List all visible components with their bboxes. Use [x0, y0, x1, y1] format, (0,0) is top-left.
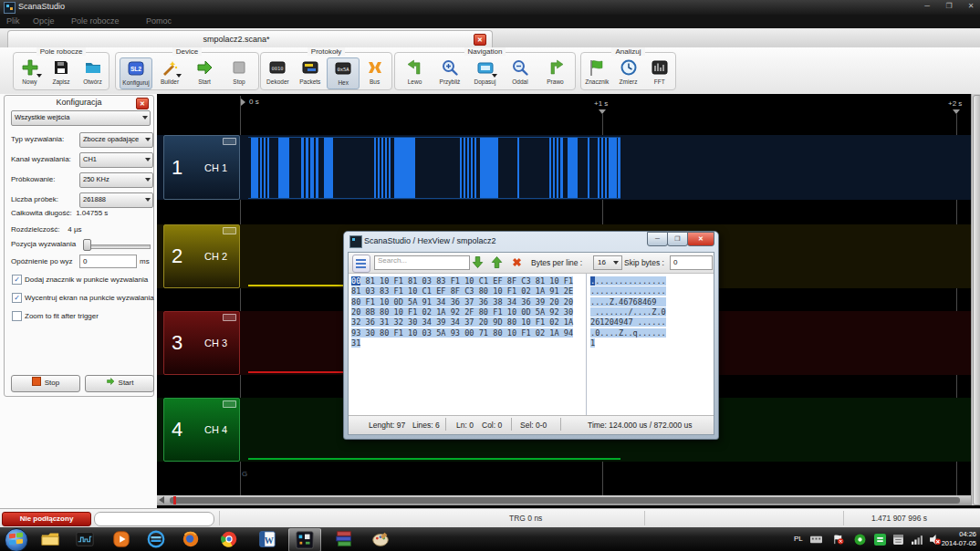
taskbar-scanastudio-icon[interactable]	[69, 528, 100, 550]
document-tab[interactable]: smpolacz2.scana* ✕	[7, 30, 493, 48]
config-select-1[interactable]: CH1	[79, 152, 153, 168]
toolbar-button-lewo[interactable]: Lewo	[400, 57, 431, 88]
checkbox-0[interactable]	[12, 275, 22, 285]
toolbar-button-bus[interactable]: Bus	[360, 57, 391, 88]
hexview-logo-icon[interactable]	[352, 255, 370, 273]
toolbar-button-hex[interactable]: 0x5AHex	[327, 57, 360, 89]
channel-collapse-button[interactable]	[223, 227, 236, 234]
hex-row[interactable]: 93 30 80 F1 10 03 5A 93 00 71 80 10 F1 0…	[351, 328, 573, 338]
channel-label-box-1[interactable]: 1CH 1	[163, 135, 240, 200]
keyboard-icon[interactable]	[810, 533, 823, 546]
taskbar-explorer-icon[interactable]	[35, 528, 66, 550]
toolbar-button-znacznik[interactable]: Znacznik	[581, 57, 612, 88]
checkbox-2[interactable]	[12, 311, 22, 321]
taskbar-chrome-icon[interactable]	[214, 528, 245, 550]
toolbar-button-konfiguruj[interactable]: SL2Konfiguruj	[120, 57, 152, 89]
toolbar-button-otwórz[interactable]: Otwórz	[78, 57, 109, 88]
checkbox-1[interactable]	[12, 293, 22, 303]
toolbar-button-nowy[interactable]: Nowy	[15, 57, 46, 88]
channel-collapse-button[interactable]	[223, 138, 236, 145]
sync-app-icon[interactable]	[874, 533, 887, 546]
language-indicator[interactable]: PL	[794, 535, 803, 543]
toolbar-button-fft[interactable]: FFT	[644, 57, 675, 88]
toolbar-button-prawo[interactable]: Prawo	[540, 57, 571, 88]
green-app-icon[interactable]	[854, 533, 867, 546]
menu-item-pole-robocze[interactable]: Pole robocze	[71, 16, 120, 26]
config-select-3[interactable]: 261888	[79, 192, 153, 208]
ascii-row[interactable]: 1	[590, 338, 595, 348]
hexview-minimize-button[interactable]: ─	[647, 232, 668, 246]
minimize-button[interactable]: ─	[918, 1, 936, 12]
toolbar-button-zapisz[interactable]: Zapisz	[46, 57, 77, 88]
clear-search-icon[interactable]	[510, 255, 524, 273]
menu-item-opcje[interactable]: Opcje	[33, 16, 55, 26]
delay-input[interactable]: 0	[79, 255, 137, 268]
hex-row[interactable]: 32 36 31 32 30 34 39 34 37 20 9D 80 10 F…	[351, 317, 573, 327]
hexview-maximize-button[interactable]: ❐	[667, 232, 688, 246]
ascii-row[interactable]: ................	[590, 286, 666, 296]
channel-collapse-button[interactable]	[223, 314, 236, 321]
hex-row[interactable]: 20 8B 80 10 F1 02 1A 92 2F 80 F1 10 0D 5…	[351, 307, 573, 317]
speaker-muted-icon[interactable]	[929, 533, 942, 546]
start-capture-button[interactable]: Start	[85, 375, 154, 392]
ascii-row[interactable]: 261204947 ......	[590, 317, 666, 327]
taskbar-word-icon[interactable]: W	[252, 528, 283, 550]
toolbar-button-oddal[interactable]: Oddal	[505, 57, 536, 88]
ascii-row[interactable]: ................	[590, 276, 666, 286]
toolbar-button-dopasuj[interactable]: Dopasuj	[470, 57, 501, 88]
hex-row[interactable]: 81 03 83 F1 10 C1 EF 8F C3 80 10 F1 02 1…	[351, 286, 573, 296]
ascii-row[interactable]: .0....Z..q......	[590, 328, 666, 338]
ascii-row[interactable]: ......./....Z.0	[590, 307, 666, 317]
channel-band-1[interactable]: 1CH 1	[157, 135, 971, 200]
trigger-position-slider[interactable]	[83, 244, 151, 249]
toolbar-button-zmierz[interactable]: Zmierz	[613, 57, 644, 88]
channel-collapse-button[interactable]	[223, 400, 236, 408]
hex-row[interactable]: 00 81 10 F1 81 03 83 F1 10 C1 EF 8F C3 8…	[351, 276, 573, 286]
bytes-per-line-select[interactable]: 16	[593, 255, 622, 270]
close-button[interactable]: ✕	[962, 1, 980, 12]
vertical-scrollbar[interactable]	[971, 94, 980, 505]
maximize-button[interactable]: ❐	[940, 1, 958, 12]
hexview-search-input[interactable]: Search...	[374, 255, 470, 270]
channel-label-box-4[interactable]: 4CH 4	[163, 398, 240, 462]
taskbar-media-player-icon[interactable]	[106, 528, 137, 550]
action-center-flag-icon[interactable]	[832, 533, 845, 546]
search-next-icon[interactable]	[471, 255, 485, 273]
taskbar-paint-icon[interactable]	[365, 528, 396, 550]
scroll-left-icon[interactable]	[159, 496, 164, 504]
ascii-row[interactable]: ....Z.46768469	[590, 297, 666, 307]
channel-label-box-3[interactable]: 3CH 3	[163, 311, 240, 375]
config-select-2[interactable]: 250 KHz	[79, 172, 153, 188]
tab-close-icon[interactable]: ✕	[474, 34, 486, 46]
hexview-close-button[interactable]: ✕	[687, 232, 714, 246]
stop-capture-button[interactable]: Stop	[11, 375, 80, 392]
toolbar-button-stop[interactable]: Stop	[224, 57, 255, 88]
network-signal-icon[interactable]	[911, 533, 923, 546]
menu-item-plik[interactable]: Plik	[6, 16, 20, 26]
toolbar-button-dekoder[interactable]: 0010Dekoder	[262, 57, 293, 88]
channel-label-box-2[interactable]: 2CH 2	[163, 224, 240, 288]
hexview-window[interactable]: ScanaStudio / HexView / smpolacz2 ─ ❐ ✕ …	[343, 231, 719, 440]
taskbar-clock[interactable]: 04:26 2014-07-05	[942, 530, 976, 548]
taskbar-firefox-icon[interactable]	[175, 528, 206, 550]
hex-row[interactable]: 80 F1 10 0D 5A 91 34 36 37 36 38 34 36 3…	[351, 297, 573, 307]
toolbar-button-builder[interactable]: Builder	[154, 57, 185, 88]
taskbar-winrar-icon[interactable]	[328, 528, 360, 550]
toolbar-button-packets[interactable]: Packets	[295, 57, 326, 88]
hex-row[interactable]: 31	[351, 338, 360, 348]
menu-item-pomoc[interactable]: Pomoc	[146, 16, 172, 26]
taskbar-ie-icon[interactable]	[141, 528, 172, 550]
config-close-icon[interactable]: ✕	[136, 98, 149, 109]
config-select-0[interactable]: Zbocze opadające	[79, 132, 153, 148]
toolbar-button-przybliż[interactable]: Przybliż	[434, 57, 465, 88]
start-button[interactable]	[5, 528, 28, 551]
toolbar-button-start[interactable]: Start	[189, 57, 220, 88]
horizontal-scrollbar[interactable]	[157, 495, 971, 505]
input-mode-select[interactable]: Wszystkie wejścia	[11, 110, 151, 126]
search-prev-icon[interactable]	[490, 255, 504, 273]
taskbar-scanastudio-active-icon[interactable]	[288, 528, 321, 551]
slider-thumb[interactable]	[83, 239, 91, 251]
calendar-icon[interactable]	[892, 533, 905, 546]
hex-data-area[interactable]: 00 81 10 F1 81 03 83 F1 10 C1 EF 8F C3 8…	[349, 274, 714, 415]
skip-bytes-input[interactable]: 0	[670, 255, 713, 270]
